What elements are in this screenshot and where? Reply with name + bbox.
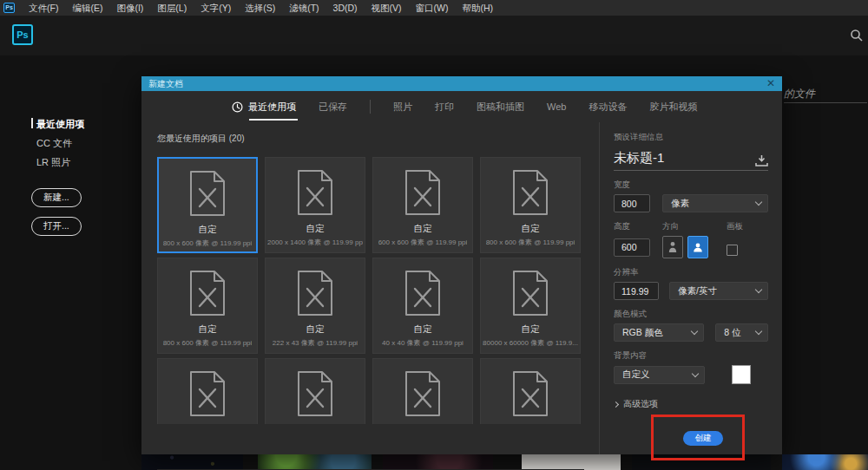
document-x-icon [295, 370, 335, 417]
dialog-tab[interactable]: 移动设备 [589, 91, 627, 122]
menu-item[interactable]: 帮助(H) [456, 0, 501, 16]
app-toolbar-band [0, 16, 868, 55]
document-preset-card[interactable]: 自定 800 x 600 像素 @ 119.99 ppi [480, 157, 581, 253]
document-x-icon [187, 170, 227, 217]
document-x-icon [510, 169, 550, 216]
document-x-icon [187, 370, 227, 417]
recent-file-thumbnail[interactable] [258, 454, 372, 470]
advanced-options-toggle[interactable]: 高级选项 [614, 398, 768, 410]
dialog-tab[interactable]: 打印 [435, 91, 454, 122]
document-preset-card[interactable] [157, 358, 258, 424]
width-input[interactable]: 800 [614, 194, 650, 212]
save-preset-icon[interactable] [755, 155, 768, 166]
preset-name: 自定 [522, 323, 540, 336]
sidebar-item[interactable]: CC 文件 [31, 137, 84, 150]
chevron-right-icon [613, 401, 619, 407]
document-x-icon [187, 270, 227, 317]
document-preset-card[interactable]: 自定 800 x 600 像素 @ 119.99 ppi [157, 258, 258, 354]
create-button[interactable]: 创建 [683, 431, 723, 446]
menu-item[interactable]: 图层(L) [150, 0, 194, 16]
dialog-tab[interactable]: Web [547, 91, 566, 122]
preset-name: 自定 [522, 223, 540, 235]
preset-spec: 600 x 600 像素 @ 119.99 ppi [378, 238, 468, 247]
dialog-tab[interactable]: 最近使用项 [232, 91, 296, 122]
document-preset-card[interactable]: 自定 800 x 600 像素 @ 119.99 ppi [157, 157, 258, 253]
sidebar-item[interactable]: 最近使用项 [31, 118, 84, 131]
document-preset-card[interactable] [265, 358, 365, 424]
menu-item[interactable]: 窗口(W) [409, 0, 456, 16]
recent-file-thumbnail[interactable] [632, 454, 771, 470]
document-preset-card[interactable]: 自定 600 x 600 像素 @ 119.99 ppi [372, 157, 473, 253]
recent-file-thumbnail[interactable] [383, 454, 493, 470]
tab-label: 打印 [435, 101, 454, 114]
background-contents-label: 背景内容 [614, 350, 768, 362]
menu-item[interactable]: 编辑(E) [65, 0, 109, 16]
menu-item[interactable]: 滤镜(T) [282, 0, 326, 16]
preset-name: 自定 [199, 224, 217, 236]
chevron-down-icon [755, 286, 762, 293]
preset-spec: 800 x 600 像素 @ 119.99 ppi [163, 338, 253, 348]
recent-file-thumbnail[interactable] [782, 454, 868, 470]
menu-bar: Ps 文件(F)编辑(E)图像(I)图层(L)文字(Y)选择(S)滤镜(T)3D… [0, 0, 868, 16]
sidebar-item[interactable]: LR 照片 [31, 156, 84, 169]
background-partial-text: 的文件 [784, 87, 815, 101]
menu-item[interactable]: 图像(I) [109, 0, 150, 16]
menu-item[interactable]: 3D(D) [326, 0, 365, 16]
recent-file-thumbnail[interactable] [141, 454, 243, 470]
color-mode-label: 颜色模式 [614, 309, 768, 320]
search-icon[interactable] [849, 28, 865, 43]
menu-item[interactable]: 文字(Y) [194, 0, 238, 16]
dialog-tab[interactable]: 图稿和插图 [477, 91, 524, 122]
preset-details-panel: 预设详细信息 未标题-1 宽度 800 像素 高度 [599, 122, 782, 454]
chevron-down-icon [755, 199, 762, 206]
menu-item[interactable]: 选择(S) [238, 0, 282, 16]
tab-label: 图稿和插图 [477, 101, 524, 114]
bit-depth-select[interactable]: 8 位 [715, 323, 768, 342]
menu-item[interactable]: 视图(V) [365, 0, 409, 16]
menu-item[interactable]: 文件(F) [22, 0, 65, 16]
ps-app-icon[interactable]: Ps [3, 3, 15, 13]
photoshop-window: Ps 文件(F)编辑(E)图像(I)图层(L)文字(Y)选择(S)滤镜(T)3D… [0, 0, 868, 470]
dialog-title-bar: 新建文档 ✕ [141, 76, 782, 91]
tab-label: 照片 [393, 101, 412, 114]
document-name-input[interactable]: 未标题-1 [614, 150, 755, 166]
dialog-tab[interactable]: 已保存 [319, 91, 347, 122]
bit-depth-value: 8 位 [724, 327, 756, 339]
height-input[interactable]: 600 [614, 238, 650, 257]
background-contents-select[interactable]: 自定义 [614, 366, 705, 384]
width-unit-select[interactable]: 像素 [662, 194, 768, 212]
document-x-icon [295, 270, 335, 317]
color-mode-select[interactable]: RGB 颜色 [614, 323, 704, 342]
document-preset-card[interactable] [480, 358, 581, 424]
menu-items: 文件(F)编辑(E)图像(I)图层(L)文字(Y)选择(S)滤镜(T)3D(D)… [22, 0, 500, 16]
background-divider-line [784, 102, 867, 103]
close-icon[interactable]: ✕ [766, 76, 775, 91]
preset-spec: 40 x 40 像素 @ 119.99 ppi [382, 338, 464, 348]
open-button[interactable]: 打开... [31, 217, 82, 236]
resolution-input[interactable]: 119.99 [614, 282, 659, 300]
document-x-icon [510, 370, 550, 417]
width-unit-value: 像素 [671, 198, 756, 210]
preset-spec: 800 x 600 像素 @ 119.99 ppi [163, 238, 253, 248]
orientation-portrait-button[interactable] [662, 236, 683, 258]
document-x-icon [403, 270, 443, 317]
document-preset-card[interactable]: 自定 40 x 40 像素 @ 119.99 ppi [372, 258, 473, 354]
recent-items-grid: 自定 800 x 600 像素 @ 119.99 ppi 自定 2000 x 1… [157, 157, 584, 424]
orientation-landscape-button[interactable] [687, 236, 708, 258]
document-preset-card[interactable]: 自定 80000 x 60000 像素 @ 119.9... [480, 258, 581, 354]
width-label: 宽度 [614, 180, 768, 191]
document-preset-card[interactable] [372, 358, 473, 424]
resolution-unit-select[interactable]: 像素/英寸 [669, 282, 768, 300]
artboard-checkbox[interactable] [727, 245, 738, 256]
dialog-tab[interactable]: 照片 [393, 91, 412, 122]
background-color-swatch[interactable] [732, 365, 751, 384]
document-preset-card[interactable]: 自定 2000 x 1400 像素 @ 119.99 ppi [265, 157, 365, 253]
new-button[interactable]: 新建... [31, 188, 82, 207]
recent-items-header: 您最近使用的项目 (20) [157, 133, 599, 145]
preset-name: 自定 [414, 323, 432, 336]
dialog-tab[interactable]: 胶片和视频 [649, 91, 697, 122]
document-preset-card[interactable]: 自定 222 x 43 像素 @ 119.99 ppi [265, 258, 365, 354]
dialog-title: 新建文档 [148, 78, 766, 90]
recent-file-thumbnail[interactable] [522, 454, 621, 470]
color-mode-value: RGB 颜色 [622, 327, 692, 339]
